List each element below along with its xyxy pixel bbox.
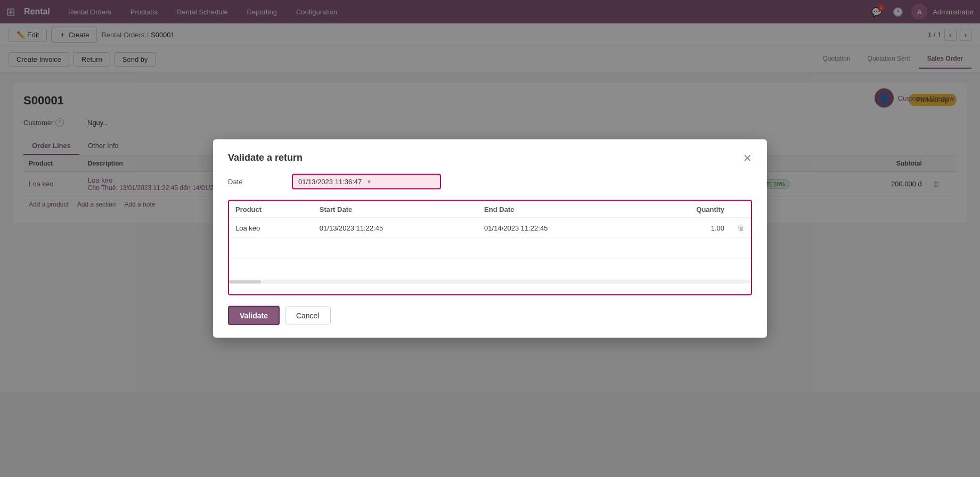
dialog-table: Product Start Date End Date Quantity Loa… [229, 201, 751, 281]
dialog-row-delete[interactable]: 🗑 [731, 218, 751, 237]
dialog-col-end-date: End Date [478, 201, 642, 218]
dialog-date-input[interactable]: 01/13/2023 11:36:47 ▼ [292, 174, 441, 190]
dialog-row-start-date: 01/13/2023 11:22:45 [313, 218, 478, 237]
dialog-empty-row-2 [229, 259, 751, 280]
close-icon[interactable]: ✕ [743, 152, 752, 163]
date-dropdown-icon: ▼ [366, 179, 435, 185]
dialog-header: Validate a return ✕ [228, 152, 752, 163]
dialog-col-start-date: Start Date [313, 201, 478, 218]
dialog-date-value: 01/13/2023 11:36:47 [298, 178, 366, 186]
validate-button[interactable]: Validate [228, 306, 280, 325]
dialog-empty-row-1 [229, 237, 751, 259]
dialog-title: Validate a return [228, 152, 303, 163]
dialog-row-quantity: 1.00 [642, 218, 731, 237]
validate-return-dialog: Validate a return ✕ Date 01/13/2023 11:3… [213, 139, 767, 338]
dialog-table-wrapper: Product Start Date End Date Quantity Loa… [228, 200, 752, 295]
dialog-col-product: Product [229, 201, 313, 218]
dialog-table-row: Loa kéo 01/13/2023 11:22:45 01/14/2023 1… [229, 218, 751, 237]
dialog-scrollbar[interactable] [229, 281, 751, 284]
dialog-row-end-date: 01/14/2023 11:22:45 [478, 218, 642, 237]
dialog-col-quantity: Quantity [642, 201, 731, 218]
dialog-footer: Validate Cancel [228, 306, 752, 325]
cancel-dialog-button[interactable]: Cancel [285, 307, 331, 325]
dialog-date-row: Date 01/13/2023 11:36:47 ▼ [228, 174, 752, 190]
dialog-date-label: Date [228, 178, 292, 186]
dialog-row-product: Loa kéo [229, 218, 313, 237]
scrollbar-thumb [229, 281, 261, 284]
